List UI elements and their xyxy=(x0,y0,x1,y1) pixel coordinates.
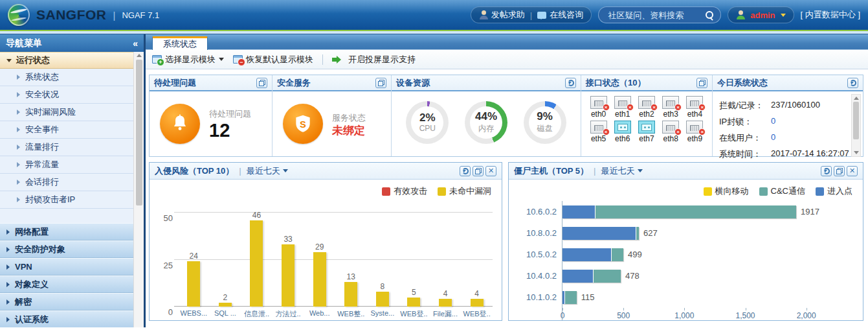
host-bar-row: 1917 xyxy=(562,201,855,222)
popup-icon[interactable] xyxy=(834,166,845,176)
sidebar-collapse-icon[interactable]: « xyxy=(133,38,138,49)
port-eth8[interactable]: ×eth8 xyxy=(659,121,683,143)
chart-legend: 有效攻击未命中漏洞 xyxy=(150,180,502,198)
sidebar-item-系统状态[interactable]: 系统状态 xyxy=(0,69,133,86)
chevron-right-icon xyxy=(17,92,20,97)
refresh-icon[interactable] xyxy=(847,78,858,88)
popup-icon[interactable] xyxy=(696,78,707,88)
panel-title: 接口状态（10） xyxy=(586,77,645,89)
period-dropdown[interactable]: 最近七天 xyxy=(601,165,643,177)
bar xyxy=(313,252,326,307)
port-eth9[interactable]: ×eth9 xyxy=(683,121,707,143)
sidebar-group-认证系统[interactable]: 认证系统 xyxy=(0,310,133,327)
close-icon[interactable]: ✕ xyxy=(485,166,496,176)
sidebar-subitems: 系统状态安全状况实时漏洞风险安全事件流量排行异常流量会话排行封锁攻击者IP xyxy=(0,69,133,209)
port-eth3[interactable]: ×eth3 xyxy=(659,96,683,119)
gauge-label: 磁盘 xyxy=(537,123,553,134)
disconnected-badge-icon: × xyxy=(698,128,706,135)
scroll-down-icon[interactable] xyxy=(854,151,859,154)
port-eth0[interactable]: ×eth0 xyxy=(586,96,610,119)
port-eth7[interactable]: eth7 xyxy=(634,121,658,143)
bar-column: 13WEB整.. xyxy=(335,198,367,320)
pill-divider: | xyxy=(530,10,532,20)
chevron-down-icon xyxy=(283,169,288,172)
sidebar-item-流量排行[interactable]: 流量排行 xyxy=(0,139,133,156)
port-label: eth6 xyxy=(615,134,630,143)
help-pill: 发帖求助 | 在线咨询 xyxy=(471,6,592,23)
search-input[interactable] xyxy=(608,10,705,20)
today-status-row: IP封锁：0 xyxy=(719,116,863,128)
chart-legend: 横向移动C&C通信进入点 xyxy=(509,180,863,198)
scroll-up-icon[interactable] xyxy=(854,97,859,100)
gauge-磁盘: 9%磁盘 xyxy=(524,101,566,144)
sidebar-title: 导航菜单 xyxy=(6,38,42,49)
panel-scrollbar[interactable] xyxy=(851,94,861,157)
restore-default-button[interactable]: 恢复默认显示模块 xyxy=(233,54,313,65)
sidebar-item-实时漏洞风险[interactable]: 实时漏洞风险 xyxy=(0,104,133,121)
chevron-right-icon xyxy=(17,162,20,167)
chart-title: 入侵风险（TOP 10） xyxy=(155,165,234,177)
sidebar-item-异常流量[interactable]: 异常流量 xyxy=(0,156,133,174)
status-panels-row: 待处理问题 待处理问题 12 xyxy=(149,75,863,157)
bar-column: 5WEB登.. xyxy=(398,198,430,320)
refresh-icon[interactable] xyxy=(821,166,832,176)
sidebar-group-VPN[interactable]: VPN xyxy=(0,258,133,275)
projection-button[interactable]: 开启投屏显示支持 xyxy=(332,54,416,65)
ethernet-up-icon xyxy=(614,121,631,134)
datacenter-link[interactable]: [ 内置数据中心 ] xyxy=(801,9,860,21)
bar-value-label: 46 xyxy=(252,211,261,220)
sidebar-spacer xyxy=(0,209,133,223)
top-right-cluster: 发帖求助 | 在线咨询 admin [ 内置数据中心 ] xyxy=(471,6,860,23)
legend-label: 进入点 xyxy=(827,185,852,197)
disconnected-badge-icon: × xyxy=(651,104,658,111)
sidebar-group-网络配置[interactable]: 网络配置 xyxy=(0,223,133,240)
gauge-hole: 44%内存 xyxy=(470,106,502,139)
chevron-right-icon xyxy=(6,299,10,305)
sidebar-group-安全防护对象[interactable]: 安全防护对象 xyxy=(0,240,133,258)
shield-icon: S xyxy=(283,104,323,144)
user-pill[interactable]: admin xyxy=(728,6,794,23)
refresh-icon[interactable] xyxy=(460,166,471,176)
sidebar-item-安全状况[interactable]: 安全状况 xyxy=(0,86,133,104)
port-eth1[interactable]: ×eth1 xyxy=(610,96,634,119)
select-modules-button[interactable]: 选择显示模块 xyxy=(152,54,224,65)
port-eth4[interactable]: ×eth4 xyxy=(683,96,707,119)
sidebar-group-running-status[interactable]: 运行状态 xyxy=(0,52,133,69)
dashboard-content: 待处理问题 待处理问题 12 xyxy=(146,69,868,327)
popup-icon[interactable] xyxy=(473,166,484,176)
x-axis-category: WEB登.. xyxy=(463,307,491,320)
close-icon[interactable]: ✕ xyxy=(847,166,858,176)
sidebar-group-解密[interactable]: 解密 xyxy=(0,293,133,310)
scroll-up-icon[interactable] xyxy=(137,54,142,57)
port-label: eth0 xyxy=(591,110,606,119)
sidebar-item-会话排行[interactable]: 会话排行 xyxy=(0,174,133,191)
port-eth2[interactable]: ×eth2 xyxy=(634,96,658,119)
chevron-right-icon xyxy=(17,75,20,80)
chevron-right-icon xyxy=(17,197,20,202)
popup-icon[interactable] xyxy=(375,78,386,88)
user-avatar-icon xyxy=(736,10,745,19)
period-dropdown[interactable]: 最近七天 xyxy=(247,165,288,177)
search-icon[interactable] xyxy=(705,10,714,19)
brand: SANGFOR | NGAF 7.1 xyxy=(8,4,159,26)
refresh-icon[interactable] xyxy=(565,78,576,88)
bar-segment-进入点 xyxy=(562,205,595,218)
sidebar-item-封锁攻击者IP[interactable]: 封锁攻击者IP xyxy=(0,191,133,209)
post-help-button[interactable]: 发帖求助 xyxy=(479,9,525,21)
status-label: 拦截/记录： xyxy=(719,100,771,111)
port-eth5[interactable]: ×eth5 xyxy=(586,121,610,143)
tab-system-status[interactable]: 系统状态 xyxy=(152,36,208,50)
sidebar-item-安全事件[interactable]: 安全事件 xyxy=(0,121,133,139)
botnet-hosts-chart: 僵尸主机（TOP 5） | 最近七天 ✕ xyxy=(508,162,863,321)
scrollbar-thumb[interactable] xyxy=(136,60,142,205)
gauge-内存: 44%内存 xyxy=(465,101,507,144)
legend-item: 有效攻击 xyxy=(382,185,427,197)
status-label: IP封锁： xyxy=(719,116,771,128)
bar-segment-C&C通信 xyxy=(593,270,621,283)
scrollbar-thumb[interactable] xyxy=(853,102,859,139)
port-eth6[interactable]: eth6 xyxy=(610,121,634,143)
sidebar-scrollbar[interactable] xyxy=(133,52,144,327)
popup-icon[interactable] xyxy=(256,78,267,88)
sidebar-group-对象定义[interactable]: 对象定义 xyxy=(0,275,133,293)
online-chat-button[interactable]: 在线咨询 xyxy=(537,9,583,21)
